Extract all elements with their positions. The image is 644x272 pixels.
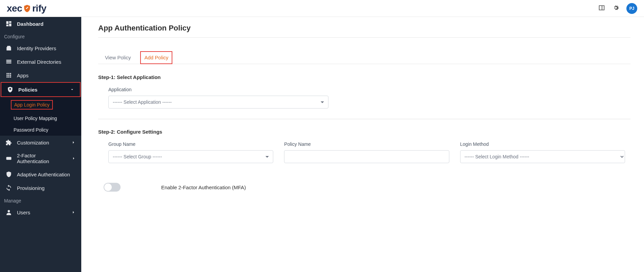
select-placeholder: ------ Select Application ------ bbox=[113, 99, 172, 105]
caret-down-icon bbox=[321, 101, 324, 103]
application-select[interactable]: ------ Select Application ------ bbox=[108, 96, 328, 109]
book-icon[interactable] bbox=[598, 4, 605, 13]
divider bbox=[98, 119, 630, 119]
login-method-field: Login Method ------ Select Login Method … bbox=[460, 141, 625, 163]
sidebar-label: Users bbox=[17, 210, 30, 215]
header-actions: PJ bbox=[598, 3, 637, 14]
mfa-toggle-label: Enable 2-Factor Authentication (MFA) bbox=[161, 184, 246, 190]
sidebar-item-users[interactable]: Users bbox=[0, 206, 81, 219]
chevron-right-icon bbox=[71, 156, 76, 161]
step-1-form: Application ------ Select Application --… bbox=[98, 87, 630, 119]
tab-view-policy[interactable]: View Policy bbox=[104, 51, 132, 64]
app-header: xec rify PJ bbox=[0, 0, 644, 17]
chevron-right-icon bbox=[71, 210, 76, 215]
sidebar-item-customization[interactable]: Customization bbox=[0, 136, 81, 149]
policy-name-field: Policy Name bbox=[284, 141, 449, 163]
caret-down-icon bbox=[265, 156, 269, 158]
sidebar-sub-user-policy-mapping[interactable]: User Policy Mapping bbox=[0, 113, 81, 124]
logo-prefix: xec bbox=[7, 3, 22, 14]
page-title: App Authentication Policy bbox=[98, 24, 630, 38]
sidebar-sub-label: User Policy Mapping bbox=[14, 116, 57, 121]
sidebar-label: Identity Providers bbox=[17, 45, 56, 51]
step-2-title: Step-2: Configure Settings bbox=[98, 129, 630, 135]
sidebar-sub-password-policy[interactable]: Password Policy bbox=[0, 124, 81, 136]
main-content: App Authentication Policy View Policy Ad… bbox=[81, 17, 644, 272]
chevron-down-icon bbox=[70, 87, 74, 92]
sidebar-sub-label: App Login Policy bbox=[14, 102, 49, 108]
login-method-label: Login Method bbox=[460, 141, 625, 147]
sidebar-sub-app-login-policy[interactable]: App Login Policy bbox=[0, 97, 81, 113]
brand-logo: xec rify bbox=[7, 3, 46, 14]
sidebar-label: Adaptive Authentication bbox=[17, 172, 70, 177]
step-1-title: Step-1: Select Application bbox=[98, 74, 630, 80]
apps-grid-icon bbox=[5, 72, 12, 79]
tabs: View Policy Add Policy bbox=[98, 51, 630, 64]
shield-check-icon bbox=[23, 4, 31, 13]
mfa-toggle-row: Enable 2-Factor Authentication (MFA) bbox=[98, 183, 630, 192]
group-name-select[interactable]: ------ Select Group ------ bbox=[108, 150, 273, 163]
sidebar-label: External Directories bbox=[17, 59, 61, 65]
group-name-field: Group Name ------ Select Group ------ bbox=[108, 141, 273, 163]
sidebar-item-policies[interactable]: Policies bbox=[1, 83, 80, 96]
sidebar-section-manage: Manage bbox=[0, 195, 81, 206]
step-2-form: Group Name ------ Select Group ------ Po… bbox=[98, 141, 630, 173]
step-2-block: Step-2: Configure Settings Group Name --… bbox=[98, 129, 630, 192]
sync-icon bbox=[5, 184, 12, 191]
sidebar-label: Dashboard bbox=[17, 21, 43, 27]
svg-rect-0 bbox=[6, 157, 12, 160]
sidebar-label: Customization bbox=[17, 140, 49, 145]
sidebar-item-adaptive-auth[interactable]: Adaptive Authentication bbox=[0, 168, 81, 181]
policy-name-label: Policy Name bbox=[284, 141, 449, 147]
sidebar-item-two-factor[interactable]: 2-Factor Authentication bbox=[0, 149, 81, 168]
sidebar-sub-label: Password Policy bbox=[14, 127, 48, 133]
sidebar-section-configure: Configure bbox=[0, 31, 81, 41]
select-placeholder: ------ Select Group ------ bbox=[113, 154, 162, 159]
sidebar-item-apps[interactable]: Apps bbox=[0, 69, 81, 82]
dashboard-icon bbox=[5, 20, 12, 27]
policies-highlight-box: Policies bbox=[1, 82, 81, 97]
sidebar-item-identity-providers[interactable]: Identity Providers bbox=[0, 41, 81, 55]
tab-add-policy[interactable]: Add Policy bbox=[140, 51, 172, 64]
shield-search-icon bbox=[7, 86, 14, 93]
logo-suffix: rify bbox=[32, 3, 46, 14]
application-label: Application bbox=[108, 87, 625, 92]
policy-name-input[interactable] bbox=[284, 150, 449, 163]
shield-icon bbox=[5, 171, 12, 178]
puzzle-icon bbox=[5, 139, 12, 146]
settings-row: Group Name ------ Select Group ------ Po… bbox=[108, 141, 625, 163]
briefcase-icon bbox=[5, 45, 12, 52]
user-icon bbox=[5, 209, 12, 216]
sidebar: Dashboard Configure Identity Providers E… bbox=[0, 17, 81, 272]
sidebar-label: Provisioning bbox=[17, 185, 45, 191]
chevron-right-icon bbox=[71, 140, 76, 145]
mfa-toggle[interactable] bbox=[104, 183, 121, 192]
sidebar-sub-label-highlight: App Login Policy bbox=[11, 100, 53, 110]
list-icon bbox=[5, 58, 12, 65]
sidebar-item-provisioning[interactable]: Provisioning bbox=[0, 181, 81, 195]
password-icon bbox=[5, 155, 12, 162]
sidebar-item-external-directories[interactable]: External Directories bbox=[0, 55, 81, 69]
sidebar-label: Policies bbox=[18, 87, 38, 93]
gear-icon[interactable] bbox=[612, 4, 620, 13]
sidebar-label: 2-Factor Authentication bbox=[17, 153, 67, 164]
group-name-label: Group Name bbox=[108, 141, 273, 147]
login-method-select[interactable]: ------ Select Login Method ------ bbox=[460, 150, 625, 163]
sidebar-item-dashboard[interactable]: Dashboard bbox=[0, 17, 81, 31]
sidebar-label: Apps bbox=[17, 73, 28, 78]
user-avatar[interactable]: PJ bbox=[626, 3, 637, 14]
step-1-block: Step-1: Select Application Application -… bbox=[98, 74, 630, 119]
